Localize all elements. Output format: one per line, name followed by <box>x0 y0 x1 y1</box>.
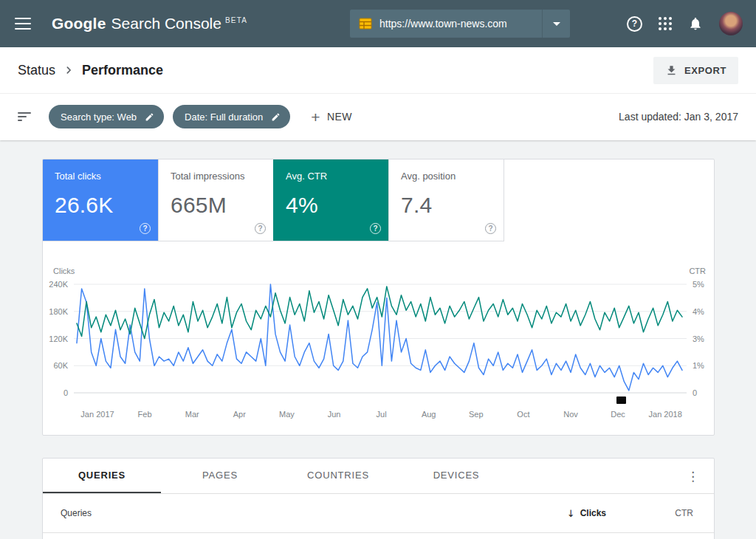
help-icon[interactable]: ? <box>485 223 496 234</box>
metric-label: Total impressions <box>171 171 261 182</box>
last-updated-text: Last updated: Jan 3, 2017 <box>619 111 738 123</box>
help-icon[interactable]: ? <box>627 16 642 32</box>
mouse-cursor-artifact <box>616 396 626 404</box>
help-glyph: ? <box>142 224 147 233</box>
svg-text:Jul: Jul <box>377 410 387 419</box>
property-icon <box>359 18 372 30</box>
filter-chip-label: Date: Full duration <box>185 111 263 123</box>
help-icon[interactable]: ? <box>370 223 381 234</box>
filter-icon[interactable] <box>18 112 31 121</box>
topbar-actions: ? <box>627 12 743 35</box>
export-button-label: EXPORT <box>684 65 726 76</box>
svg-text:0: 0 <box>693 388 697 397</box>
tab-countries[interactable]: COUNTRIES <box>279 459 397 493</box>
clicks-header-label: Clicks <box>580 508 606 518</box>
chevron-down-icon <box>553 22 560 26</box>
logo-beta-badge: BETA <box>225 16 247 24</box>
notifications-bell-icon[interactable] <box>688 16 703 31</box>
dimensions-panel: QUERIES PAGES COUNTRIES DEVICES ⋮ Querie… <box>42 458 715 539</box>
filter-chip-label: Search type: Web <box>61 111 137 123</box>
svg-text:Mar: Mar <box>185 410 199 419</box>
dimension-tab-bar: QUERIES PAGES COUNTRIES DEVICES ⋮ <box>43 459 714 494</box>
metric-card-avg-position[interactable]: Avg. position 7.4 ? <box>388 159 504 241</box>
svg-text:5%: 5% <box>693 280 704 289</box>
svg-text:Jan 2017: Jan 2017 <box>80 410 114 419</box>
filter-bar: Search type: Web Date: Full duration + N… <box>0 93 756 140</box>
svg-text:CTR: CTR <box>689 267 706 275</box>
user-avatar[interactable] <box>719 12 743 35</box>
svg-text:Oct: Oct <box>517 410 529 419</box>
download-icon <box>665 64 678 77</box>
export-button[interactable]: EXPORT <box>653 57 738 84</box>
metric-card-total-clicks[interactable]: Total clicks 26.6K ? <box>43 159 158 241</box>
help-glyph: ? <box>488 224 492 233</box>
help-glyph: ? <box>632 18 637 29</box>
help-icon[interactable]: ? <box>140 223 151 234</box>
plus-icon: + <box>311 109 320 125</box>
svg-text:60K: 60K <box>53 361 68 370</box>
help-glyph: ? <box>373 224 377 233</box>
pencil-icon <box>145 112 154 122</box>
svg-text:Dec: Dec <box>611 410 625 419</box>
column-header-ctr[interactable]: CTR <box>606 508 693 518</box>
metric-cards-row: Total clicks 26.6K ? Total impressions 6… <box>43 159 504 241</box>
svg-text:Jan 2018: Jan 2018 <box>649 410 682 419</box>
new-filter-label: NEW <box>327 111 352 123</box>
pencil-icon <box>271 112 281 122</box>
apps-grid-icon[interactable] <box>659 17 672 30</box>
help-icon[interactable]: ? <box>255 223 266 234</box>
svg-text:3%: 3% <box>693 334 704 343</box>
breadcrumb-status[interactable]: Status <box>18 63 55 78</box>
metric-label: Avg. CTR <box>286 171 377 182</box>
metric-value: 26.6K <box>55 193 146 218</box>
metric-label: Total clicks <box>55 171 146 182</box>
new-filter-button[interactable]: + NEW <box>311 109 352 125</box>
overflow-menu-icon[interactable]: ⋮ <box>687 469 699 484</box>
metric-card-total-impressions[interactable]: Total impressions 665M ? <box>158 159 273 241</box>
svg-text:Feb: Feb <box>138 410 152 419</box>
app-logo: Google Search Console BETA <box>52 15 247 32</box>
tab-queries[interactable]: QUERIES <box>43 459 161 493</box>
svg-text:Apr: Apr <box>233 410 246 419</box>
page-title: Performance <box>82 63 163 78</box>
svg-text:Sep: Sep <box>469 410 484 419</box>
tab-pages[interactable]: PAGES <box>161 459 279 493</box>
logo-brand: Google <box>52 15 106 32</box>
metric-value: 7.4 <box>401 193 492 218</box>
column-header-clicks[interactable]: ↓ Clicks <box>567 508 606 519</box>
hamburger-menu-icon[interactable] <box>15 18 31 30</box>
performance-panel: Total clicks 26.6K ? Total impressions 6… <box>42 159 715 436</box>
main-content: Total clicks 26.6K ? Total impressions 6… <box>0 140 756 539</box>
svg-text:180K: 180K <box>49 307 68 316</box>
logo-product: Search Console <box>111 15 221 32</box>
table-header-row: Queries ↓ Clicks CTR <box>43 494 714 533</box>
svg-text:Nov: Nov <box>563 410 578 419</box>
property-selector[interactable]: https://www.town-news.com <box>350 10 570 38</box>
tab-devices[interactable]: DEVICES <box>397 459 515 493</box>
svg-text:240K: 240K <box>49 280 68 289</box>
breadcrumb-bar: Status Performance EXPORT <box>0 47 756 93</box>
metric-card-avg-ctr[interactable]: Avg. CTR 4% ? <box>273 159 388 241</box>
metric-value: 665M <box>171 193 261 218</box>
property-dropdown-arrow[interactable] <box>542 10 570 38</box>
svg-text:May: May <box>279 410 295 419</box>
svg-text:Clicks: Clicks <box>53 267 75 275</box>
performance-chart: 240K5%180K4%120K3%60K1%00ClicksCTRJan 20… <box>43 241 714 426</box>
filter-chip-date[interactable]: Date: Full duration <box>173 105 290 128</box>
svg-text:Jun: Jun <box>328 410 341 419</box>
help-glyph: ? <box>258 224 262 233</box>
sort-descending-icon: ↓ <box>567 508 575 519</box>
chevron-right-icon <box>61 63 76 78</box>
svg-text:120K: 120K <box>49 334 68 343</box>
svg-text:1%: 1% <box>693 361 704 370</box>
metric-value: 4% <box>286 193 377 218</box>
app-top-bar: Google Search Console BETA https://www.t… <box>0 0 756 47</box>
svg-text:Aug: Aug <box>422 410 436 419</box>
metric-label: Avg. position <box>401 171 492 182</box>
property-url: https://www.town-news.com <box>379 18 542 30</box>
column-header-queries: Queries <box>61 508 92 518</box>
svg-text:4%: 4% <box>693 307 704 316</box>
filter-chip-search-type[interactable]: Search type: Web <box>49 105 164 128</box>
svg-text:0: 0 <box>63 388 68 397</box>
